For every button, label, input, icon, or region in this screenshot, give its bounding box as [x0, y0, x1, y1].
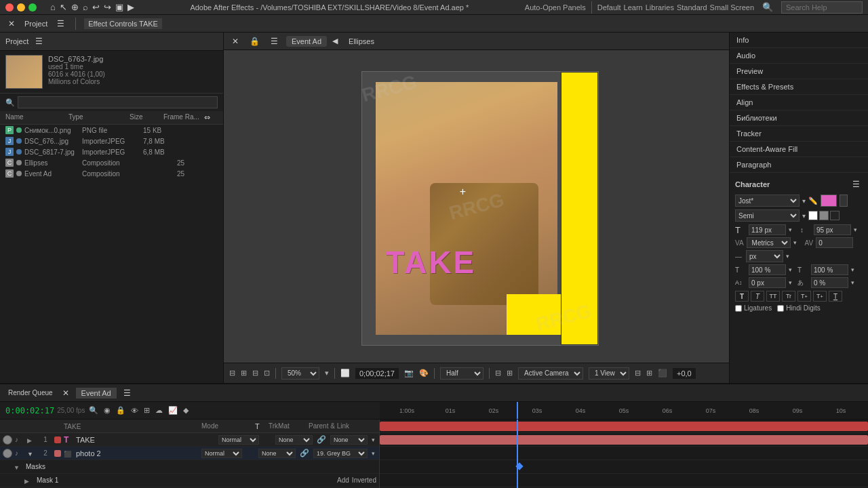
preview-panel[interactable]: Preview	[730, 64, 868, 79]
graph-editor-icon[interactable]: 📈	[167, 406, 179, 415]
learn-tab[interactable]: Learn	[624, 3, 643, 12]
vert-scale-dropdown-icon[interactable]: ▾	[854, 226, 857, 233]
mask1-expand[interactable]: ▶	[24, 476, 34, 485]
bold-btn[interactable]: T	[735, 291, 749, 302]
font-style-select[interactable]: Semi	[735, 209, 800, 222]
layer-row-2[interactable]: ♪ ▼ 2 ⬛ photo 2 Normal None 🔗 19. Grey B…	[0, 447, 379, 460]
layer-2-parent[interactable]: 19. Grey BG	[313, 449, 368, 458]
zoom-icon[interactable]: ⌕	[83, 2, 88, 12]
subscript-btn[interactable]: T+	[813, 291, 827, 302]
underline-btn[interactable]: T	[829, 291, 842, 302]
font-size-input[interactable]	[749, 224, 786, 235]
search-icon[interactable]: 🔍	[762, 2, 773, 12]
info-panel[interactable]: Info	[730, 33, 868, 48]
expand-col-btn[interactable]: ⇔	[204, 113, 218, 122]
masks-expand[interactable]: ▼	[14, 463, 23, 471]
pointer-icon[interactable]: ↖	[60, 2, 67, 12]
tl-timecode[interactable]: 0:00:02:17	[5, 406, 54, 415]
libraries-panel[interactable]: Библиотеки	[730, 110, 868, 126]
standard-tab[interactable]: Standard	[677, 3, 707, 12]
preview-icon[interactable]: ▶	[127, 2, 134, 12]
lock-comp-icon[interactable]: 🔒	[247, 35, 262, 47]
layer-1-vis[interactable]	[3, 435, 12, 445]
project-tab[interactable]: Project	[20, 18, 52, 29]
close-button[interactable]	[5, 3, 14, 12]
font-color-swatch2[interactable]	[840, 195, 848, 207]
font-dropdown-icon[interactable]: ▾	[802, 197, 806, 205]
lock-icon[interactable]: 🔒	[115, 406, 127, 415]
layer-2-trimmat[interactable]: None	[258, 449, 296, 458]
frame-icon[interactable]: ⬜	[340, 369, 350, 378]
kerning-input[interactable]	[816, 237, 853, 248]
hindi-digits-checkbox-label[interactable]: Hindi Digits	[777, 304, 821, 312]
unit-dropdown-icon[interactable]: ▾	[786, 253, 789, 260]
zoom-select[interactable]: 50% 100% 25%	[281, 367, 319, 380]
home-icon[interactable]: ⌂	[50, 2, 56, 12]
comp-settings-icon[interactable]: ☰	[268, 35, 281, 47]
baseline-dropdown-icon[interactable]: ▾	[789, 279, 792, 286]
white-swatch[interactable]	[808, 211, 818, 220]
search-input[interactable]	[781, 1, 863, 14]
camera-view-select[interactable]: Active Camera	[518, 367, 583, 380]
vert-scale-dropdown-icon2[interactable]: ▾	[851, 266, 854, 273]
motion-blur-icon[interactable]: ☁	[154, 406, 164, 415]
layer-row-1[interactable]: ♪ ▶ 1 T TAKE Normal None 🔗 None ▾	[0, 433, 379, 447]
camera-icon[interactable]: 📷	[404, 369, 414, 378]
tl-event-ad-tab[interactable]: Event Ad	[76, 388, 117, 399]
minimize-button[interactable]	[17, 3, 25, 12]
tracking-dropdown-icon[interactable]: ▾	[793, 239, 797, 246]
font-size-dropdown-icon[interactable]: ▾	[789, 226, 792, 233]
frame-blend-icon[interactable]: ⊞	[142, 406, 151, 415]
viewer-preview-icon[interactable]: ⊟	[229, 369, 235, 378]
tl-menu-icon[interactable]: ☰	[121, 387, 134, 399]
table-row[interactable]: C Ellipses Composition 25	[0, 157, 223, 168]
playhead[interactable]	[517, 402, 518, 419]
viewer-grid-icon[interactable]: ⊞	[241, 369, 247, 378]
table-row[interactable]: J DSC_6817-7.jpg ImporterJPEG 6,8 MB	[0, 146, 223, 157]
font-color-swatch[interactable]	[821, 195, 837, 207]
table-row[interactable]: P Снимок...0.png PNG file 15 KB	[0, 125, 223, 136]
project-search-input[interactable]	[18, 96, 218, 108]
default-tab[interactable]: Default	[597, 3, 621, 12]
auto-open-panels[interactable]: Auto-Open Panels	[525, 3, 586, 12]
render-icon[interactable]: ▣	[115, 2, 123, 12]
effect-controls-tab[interactable]: Effect Controls TAKE	[84, 18, 162, 29]
close-panel-btn[interactable]: ✕	[5, 18, 18, 30]
italic-btn[interactable]: T	[751, 291, 764, 302]
libraries-tab[interactable]: Libraries	[646, 3, 674, 12]
ligatures-checkbox[interactable]	[735, 305, 742, 312]
black-swatch[interactable]	[830, 211, 840, 220]
gray-swatch[interactable]	[819, 211, 829, 220]
superscript-btn[interactable]: T+	[797, 291, 811, 302]
table-row[interactable]: C Event Ad Composition 25	[0, 168, 223, 179]
layer-1-trimmat[interactable]: None	[275, 435, 313, 445]
effects-presets-panel[interactable]: Effects & Presets	[730, 79, 868, 95]
redo-icon[interactable]: ↪	[104, 2, 111, 12]
render-queue-icon[interactable]: ⊟	[635, 369, 641, 378]
layer-2-link-icon[interactable]: 🔗	[298, 449, 311, 458]
layer-1-parent[interactable]: None	[330, 435, 368, 445]
viewer-safe-icon[interactable]: ⊟	[252, 369, 258, 378]
add-marker-icon[interactable]: ◆	[182, 406, 190, 415]
view-icon[interactable]: ⊞	[507, 369, 513, 378]
view-expand-icon[interactable]: ⊟	[495, 369, 501, 378]
vert-scale-input2[interactable]	[811, 264, 848, 275]
project-menu-icon[interactable]: ☰	[33, 35, 45, 47]
horiz-scale-dropdown-icon[interactable]: ▾	[789, 266, 792, 273]
small-screen-tab[interactable]: Small Screen	[710, 3, 754, 12]
layer-1-audio-icon[interactable]: ♪	[15, 436, 24, 443]
render-queue-tab[interactable]: Render Queue	[5, 388, 56, 398]
layer-2-mode[interactable]: Normal	[201, 449, 242, 458]
tracker-panel[interactable]: Tracker	[730, 126, 868, 142]
export-icon[interactable]: ⊞	[646, 369, 652, 378]
viewer-snap-icon[interactable]: ⊡	[264, 369, 270, 378]
baseline-input[interactable]	[749, 277, 786, 288]
undo-icon[interactable]: ↩	[92, 2, 100, 12]
maximize-button[interactable]	[28, 3, 37, 12]
tsukuri-input[interactable]	[811, 277, 848, 288]
orbit-icon[interactable]: ⊕	[71, 2, 79, 12]
mask-add-btn[interactable]: Add	[337, 476, 349, 484]
layer-1-expand[interactable]: ▶	[27, 436, 37, 444]
layer-2-expand[interactable]: ▼	[27, 449, 37, 458]
shy-icon[interactable]: 👁	[130, 407, 140, 415]
